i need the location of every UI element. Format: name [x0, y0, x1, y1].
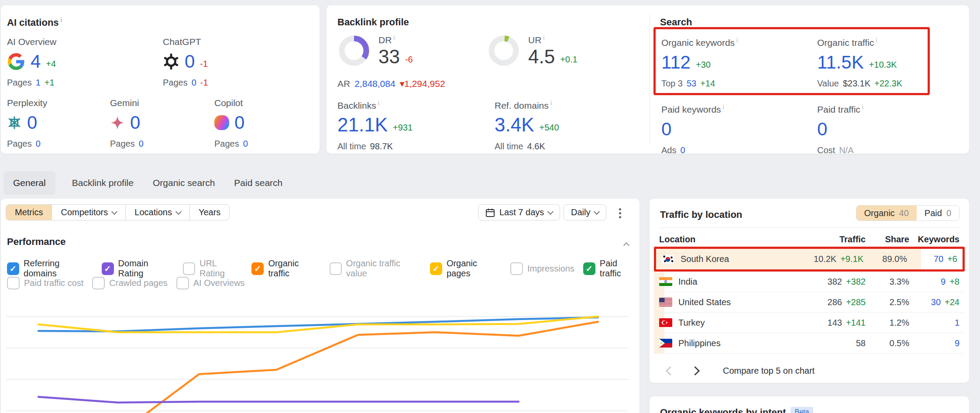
- tab-organic-search[interactable]: Organic search: [150, 171, 217, 195]
- sub-value[interactable]: 0: [139, 139, 144, 149]
- dr-block: DR 33 -6: [337, 34, 413, 67]
- organic-paid-toggle: Organic40 Paid0: [856, 205, 959, 221]
- toggle-paid[interactable]: Paid0: [917, 206, 959, 220]
- col-keywords: Keywords: [909, 234, 959, 244]
- checkbox-unchecked-icon: [176, 277, 189, 289]
- table-row-turkey[interactable]: Turkey 143+141 1.2% 1: [654, 313, 965, 333]
- sub-value[interactable]: 0: [243, 139, 248, 149]
- metrics-filter-button[interactable]: Metrics: [6, 205, 52, 220]
- paid-keywords-value[interactable]: 0: [661, 120, 671, 138]
- share-value: 3.3%: [866, 277, 909, 287]
- metric-ai-overview: AI Overview 4 +4 Pages1+1: [7, 37, 56, 88]
- ur-delta: +0.1: [560, 55, 577, 66]
- checkbox-unchecked-icon: [7, 277, 20, 289]
- tab-paid-search[interactable]: Paid search: [231, 171, 285, 195]
- chevron-down-icon: [594, 208, 600, 214]
- checkbox-paid-traffic[interactable]: ✓Paid traffic: [583, 258, 640, 279]
- checkbox-url-rating[interactable]: URL Rating: [183, 258, 243, 279]
- sub-value[interactable]: 0: [192, 78, 196, 88]
- ref-domains-value[interactable]: 3.4K: [495, 115, 534, 134]
- tab-general[interactable]: General: [3, 171, 55, 195]
- keywords-value[interactable]: 1: [955, 318, 959, 328]
- metric-delta: +4: [46, 59, 56, 71]
- traffic-value: 382: [828, 277, 842, 287]
- paid-traffic-value[interactable]: 0: [817, 120, 827, 138]
- metric-value[interactable]: 0: [234, 114, 244, 132]
- metric-label: Perplexity: [7, 98, 47, 108]
- share-value: 1.2%: [866, 318, 909, 328]
- paid-keywords-block: Paid keywords 0 Ads0: [661, 103, 724, 155]
- checkbox-crawled-pages[interactable]: Crawled pages: [92, 277, 167, 289]
- metric-value[interactable]: 4: [31, 52, 41, 71]
- ar-delta: ▾1,294,952: [400, 79, 445, 89]
- date-range-button[interactable]: Last 7 days: [478, 204, 560, 220]
- toggle-organic[interactable]: Organic40: [856, 206, 917, 220]
- sub-value[interactable]: 1: [36, 78, 41, 88]
- traffic-delta: +9.1K: [840, 254, 863, 264]
- divider: [650, 14, 650, 145]
- col-share: Share: [866, 234, 909, 244]
- panel-title: Organic keywords by intent: [660, 407, 786, 413]
- organic-keywords-block: Organic keywords 112 +30 Top 353+14: [661, 37, 738, 89]
- checkbox-organic-traffic-value[interactable]: Organic traffic value: [330, 258, 421, 279]
- table-row-united-states[interactable]: United States 286+285 2.5% 30+24: [654, 292, 965, 313]
- table-pagination: Compare top 5 on chart: [667, 366, 815, 376]
- metric-value[interactable]: 0: [27, 114, 37, 132]
- sub-value[interactable]: 0: [36, 139, 41, 149]
- filter-segmented-control: Metrics Competitors Locations Years: [6, 204, 230, 220]
- checkbox-domain-rating[interactable]: ✓Domain Rating: [102, 258, 174, 279]
- locations-filter-button[interactable]: Locations: [126, 205, 190, 220]
- years-filter-button[interactable]: Years: [190, 205, 229, 220]
- performance-chart[interactable]: [1, 288, 640, 413]
- next-page-icon[interactable]: [691, 366, 700, 375]
- collapse-section-icon[interactable]: [623, 242, 629, 248]
- checkbox-organic-traffic[interactable]: ✓Organic traffic: [251, 258, 320, 279]
- metric-value[interactable]: 0: [185, 52, 195, 71]
- keywords-value[interactable]: 30: [931, 297, 941, 307]
- table-row-south-korea[interactable]: South Korea 10.2K+9.1K 89.0% 70+6: [654, 247, 965, 272]
- tab-backlink-profile[interactable]: Backlink profile: [69, 171, 136, 195]
- traffic-value: 10.2K: [814, 254, 836, 264]
- sub-value[interactable]: 53: [687, 79, 696, 89]
- checkbox-organic-pages[interactable]: ✓Organic pages: [430, 258, 502, 279]
- checkbox-checked-icon: ✓: [102, 262, 114, 275]
- location-table: South Korea 10.2K+9.1K 89.0% 70+6 India …: [654, 247, 965, 354]
- ref-domains-block: Ref. domains 3.4K +540 All time4.6K: [495, 100, 559, 151]
- keywords-value[interactable]: 9: [941, 277, 946, 287]
- panel-title: Traffic by location: [660, 209, 742, 220]
- checkbox-referring-domains[interactable]: ✓Referring domains: [7, 258, 93, 279]
- more-options-button[interactable]: [616, 206, 624, 221]
- table-row-india[interactable]: India 382+382 3.3% 9+8: [654, 272, 965, 292]
- keywords-value[interactable]: 9: [955, 338, 959, 348]
- sub-label: Pages: [163, 78, 188, 88]
- keywords-value[interactable]: 70: [934, 254, 943, 264]
- table-row-philippines[interactable]: Philippines 58 0.5% 9: [654, 333, 965, 354]
- sub-label: Pages: [110, 139, 135, 149]
- metric-gemini: Gemini 0 Pages0: [110, 98, 144, 149]
- checkbox-impressions[interactable]: Impressions: [510, 262, 574, 275]
- organic-keywords-value[interactable]: 112: [661, 53, 691, 72]
- metric-copilot: Copilot 0 Pages0: [214, 98, 248, 149]
- previous-page-icon[interactable]: [666, 366, 675, 375]
- ar-value[interactable]: 2,848,084: [354, 79, 395, 89]
- traffic-by-location-panel: Traffic by location Organic40 Paid0 Loca…: [650, 199, 969, 383]
- divider: [660, 227, 959, 228]
- traffic-delta: +141: [846, 318, 866, 328]
- granularity-button[interactable]: Daily: [564, 204, 606, 220]
- keywords-delta: +8: [949, 277, 959, 287]
- traffic-delta: +285: [846, 297, 866, 307]
- checkbox-checked-icon: ✓: [7, 262, 19, 275]
- panel-title: Search: [660, 17, 692, 28]
- checkbox-ai-overviews[interactable]: AI Overviews: [176, 277, 245, 289]
- checkbox-paid-traffic-cost[interactable]: Paid traffic cost: [7, 277, 83, 289]
- sub-label: Value: [817, 79, 839, 89]
- organic-traffic-block: Organic traffic 11.5K +10.3K Value$23.1K…: [817, 37, 902, 89]
- organic-traffic-value[interactable]: 11.5K: [817, 53, 864, 72]
- compare-top5-link[interactable]: Compare top 5 on chart: [723, 366, 815, 376]
- competitors-filter-button[interactable]: Competitors: [52, 205, 126, 220]
- metric-label: Organic traffic: [817, 37, 902, 48]
- backlinks-value[interactable]: 21.1K: [337, 115, 388, 134]
- sub-value[interactable]: 0: [680, 145, 685, 155]
- metric-value[interactable]: 0: [130, 114, 140, 132]
- dr-donut-chart: [337, 34, 371, 67]
